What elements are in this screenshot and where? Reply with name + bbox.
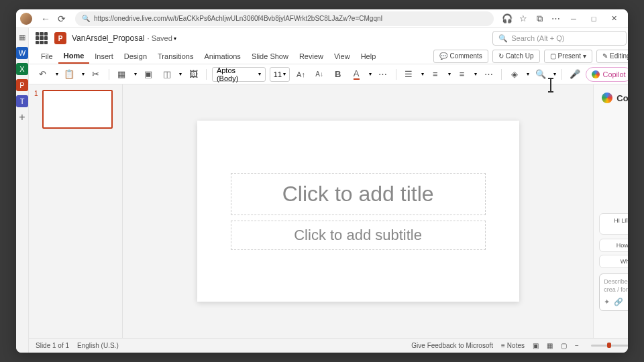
minimize-button[interactable]: ─ [564,11,584,27]
shapes-button[interactable]: ◫ [160,67,174,82]
read-aloud-icon[interactable]: 🎧 [499,11,515,27]
slide-counter[interactable]: Slide 1 of 1 [36,342,69,349]
copilot-suggestion-2[interactable]: What are the OKRs this [599,255,628,268]
decrease-font-button[interactable]: A↓ [312,67,327,82]
catchup-button[interactable]: ↻ Catch Up [492,50,540,63]
subtitle-placeholder[interactable]: Click to add subtitle [231,221,486,250]
slide-canvas[interactable]: Click to add title Click to add subtitle [197,121,519,302]
undo-dropdown-icon[interactable]: ▾ [56,71,58,77]
tab-animations[interactable]: Animations [199,48,246,64]
notes-button[interactable]: ≡ Notes [501,342,525,349]
attach-icon[interactable]: 🔗 [614,298,623,306]
numbering-button[interactable]: ≡ [428,67,443,82]
bullets-button[interactable]: ☰ [402,67,417,82]
font-select[interactable]: Aptos (Body)▾ [212,67,266,82]
dictate-button[interactable]: 🎤 [568,67,582,82]
copilot-pane: Copilot Hi Lilly, how can I help get you… [593,84,628,338]
status-bar: Slide 1 of 1 English (U.S.) Give Feedbac… [29,338,628,353]
app-content: P VanArsdel_Proposal · Saved ▾ 🔍 Search … [29,28,628,353]
tab-insert[interactable]: Insert [89,48,119,64]
more-para-button[interactable]: ⋯ [481,67,496,82]
sparkle-icon[interactable]: ✦ [604,298,610,306]
zoom-out-button[interactable]: − [575,342,579,349]
slide-thumbnail-1[interactable] [42,90,113,129]
address-bar[interactable]: 🔍 https://onedrive.live.com/w/t/EaCKkPs6… [75,11,494,26]
find-button[interactable]: 🔍 [533,67,548,82]
tab-file[interactable]: File [36,48,58,64]
present-button[interactable]: ▢ Present ▾ [544,50,592,63]
browser-titlebar: ← ⟳ 🔍 https://onedrive.live.com/w/t/EaCK… [16,9,628,28]
sorter-view-button[interactable]: ▦ [547,342,553,349]
lock-icon: 🔍 [82,15,90,22]
thumb-number: 1 [34,90,38,129]
tab-view[interactable]: View [329,48,356,64]
language-status[interactable]: English (U.S.) [77,342,119,349]
apps-icon[interactable]: ▦ [16,31,28,43]
powerpoint-icon[interactable]: P [16,79,28,91]
search-input[interactable]: 🔍 Search (Alt + Q) [492,31,627,46]
refresh-button[interactable]: ⟳ [54,11,70,27]
tab-review[interactable]: Review [294,48,329,64]
search-icon: 🔍 [498,34,508,43]
editing-button[interactable]: ✎ Editing ▾ [596,50,628,63]
more-font-button[interactable]: ⋯ [376,67,390,82]
zoom-slider[interactable] [591,345,628,347]
main-area: ▦ W X P T + P VanArsdel_Proposal · Saved… [16,28,628,353]
tab-transitions[interactable]: Transitions [152,48,199,64]
favorite-icon[interactable]: ☆ [515,11,531,27]
align-button[interactable]: ≡ [455,67,470,82]
font-color-button[interactable]: A [349,67,364,82]
copilot-greeting: Hi Lilly, how can I help get you starte [599,213,628,235]
comments-button[interactable]: 💬 Comments [433,50,488,63]
browser-window: ← ⟳ 🔍 https://onedrive.live.com/w/t/EaCK… [16,9,628,353]
title-dropdown-icon[interactable]: ▾ [174,36,176,42]
more-icon[interactable]: ⋯ [547,11,564,27]
feedback-link[interactable]: Give Feedback to Microsoft [411,342,493,349]
ribbon-tabs: File Home Insert Design Transitions Anim… [29,48,628,64]
copilot-icon [592,70,600,78]
back-button[interactable]: ← [38,11,54,27]
collections-icon[interactable]: ⧉ [531,11,547,27]
app-launcher-icon[interactable] [36,32,48,44]
powerpoint-logo-icon: P [54,32,66,44]
save-status: · Saved [148,34,172,42]
undo-button[interactable]: ↶ [36,67,50,82]
increase-font-button[interactable]: A↑ [294,67,309,82]
title-placeholder[interactable]: Click to add title [231,173,486,215]
workspace: 1 Click to add title Click to add subtit… [29,84,628,338]
maximize-button[interactable]: □ [584,11,604,27]
url-text: https://onedrive.live.com/w/t/EaCKkPs6Ac… [94,15,382,22]
tab-design[interactable]: Design [119,48,152,64]
excel-icon[interactable]: X [16,63,28,75]
slide-thumbnails: 1 [29,84,123,338]
picture-button[interactable]: 🖼 [186,67,201,82]
canvas-area: Click to add title Click to add subtitle [123,84,593,338]
paste-button[interactable]: 📋 [62,67,77,82]
copilot-toolbar-button[interactable]: Copilot [586,67,628,82]
copilot-pane-header: Copilot [599,90,628,106]
tab-slideshow[interactable]: Slide Show [246,48,294,64]
profile-avatar[interactable] [20,13,32,25]
formatting-toolbar: ↶ ▾ 📋 ▾ ✂ ▦ ▾ ▣ ◫ ▾ 🖼 Aptos (Body)▾ 11▾ … [29,64,628,84]
layout-button[interactable]: ▣ [141,67,156,82]
copilot-suggestion-1[interactable]: How do I write a Contoso [599,239,628,252]
word-icon[interactable]: W [16,47,28,59]
tab-help[interactable]: Help [356,48,382,64]
slideshow-view-button[interactable]: ▢ [561,342,567,349]
add-app-icon[interactable]: + [16,111,28,123]
document-title[interactable]: VanArsdel_Proposal [72,34,145,43]
tab-home[interactable]: Home [58,48,90,64]
copilot-logo-icon [602,93,612,103]
copilot-input[interactable]: Describe what you'd like to crea / for s… [599,274,628,311]
normal-view-button[interactable]: ▣ [533,342,539,349]
format-painter-button[interactable]: ✂ [89,67,103,82]
new-slide-button[interactable]: ▦ [115,67,129,82]
text-cursor-icon [550,79,551,91]
close-button[interactable]: ✕ [604,11,624,27]
bold-button[interactable]: B [331,67,345,82]
designer-button[interactable]: ◈ [507,67,522,82]
font-size-select[interactable]: 11▾ [270,67,290,82]
office-sidebar: ▦ W X P T + [16,28,29,353]
teams-icon[interactable]: T [16,95,28,107]
app-header: P VanArsdel_Proposal · Saved ▾ 🔍 Search … [29,28,628,48]
